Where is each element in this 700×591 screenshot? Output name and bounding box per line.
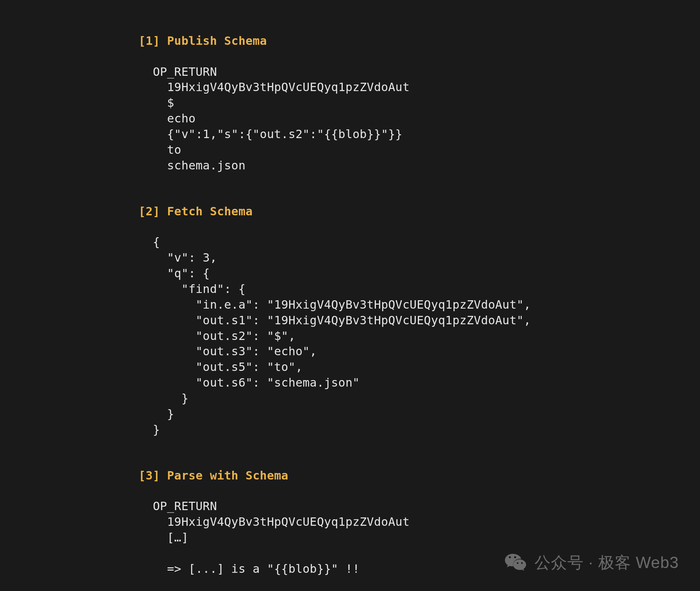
watermark-text: 公众号 · 极客 Web3 <box>534 552 679 574</box>
wechat-icon <box>504 551 527 574</box>
section-heading-1: [1] Publish Schema <box>139 34 700 49</box>
code-block-1: OP_RETURN 19HxigV4QyBv3tHpQVcUEQyq1pzZVd… <box>139 64 700 173</box>
code-card: [1] Publish Schema OP_RETURN 19HxigV4QyB… <box>0 0 700 591</box>
watermark: 公众号 · 极客 Web3 <box>504 551 679 574</box>
section-heading-2: [2] Fetch Schema <box>139 204 700 219</box>
code-block-2: { "v": 3, "q": { "find": { "in.e.a": "19… <box>139 234 700 437</box>
section-heading-3: [3] Parse with Schema <box>139 468 700 484</box>
